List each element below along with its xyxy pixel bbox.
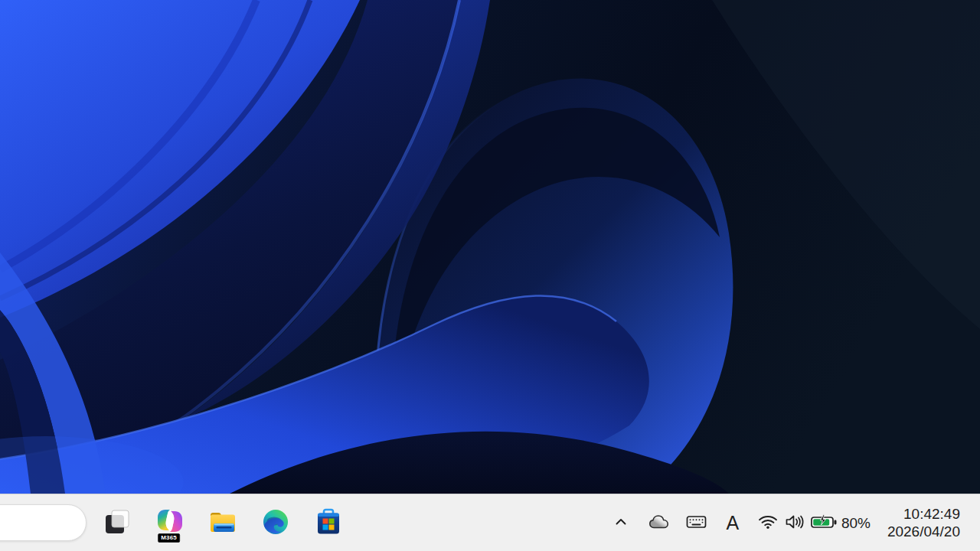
m365-badge: M365 xyxy=(158,533,180,543)
onedrive-button[interactable] xyxy=(646,505,672,540)
volume-icon xyxy=(785,514,805,533)
clock-date: 2026/04/20 xyxy=(887,523,960,540)
taskbar-tray-area: A xyxy=(608,494,980,551)
clock-text: 10:42:49 2026/04/20 xyxy=(887,505,960,540)
ime-mode-button[interactable]: A xyxy=(720,505,746,540)
m365-copilot-button[interactable]: M365 xyxy=(149,500,191,545)
clock-time: 10:42:49 xyxy=(887,505,960,523)
taskbar-app-area: M365 xyxy=(0,494,350,551)
edge-icon xyxy=(262,508,289,538)
touch-keyboard-button[interactable] xyxy=(684,505,710,540)
clock-button[interactable]: 10:42:49 2026/04/20 xyxy=(886,505,962,540)
task-view-button[interactable] xyxy=(96,500,139,545)
keyboard-icon xyxy=(686,514,707,532)
file-explorer-icon xyxy=(208,507,237,539)
microsoft-store-button[interactable] xyxy=(307,500,350,545)
file-explorer-button[interactable] xyxy=(201,500,244,545)
desktop[interactable]: M365 xyxy=(0,0,980,551)
battery-charging-icon xyxy=(811,514,838,532)
microsoft-store-icon xyxy=(314,507,343,539)
edge-button[interactable] xyxy=(254,500,297,545)
onedrive-cloud-icon xyxy=(648,514,669,532)
battery-percent-label: 80% xyxy=(841,516,871,530)
task-view-icon xyxy=(104,509,130,537)
ime-mode-indicator: A xyxy=(724,514,743,533)
chevron-up-icon xyxy=(614,515,628,531)
taskbar-search-box[interactable] xyxy=(0,504,87,541)
wallpaper-bloom-graphic xyxy=(0,0,980,494)
tray-show-hidden-icons-button[interactable] xyxy=(608,505,634,540)
taskbar: M365 xyxy=(0,494,980,551)
wifi-icon xyxy=(758,514,778,532)
quick-settings-button[interactable]: 80% xyxy=(753,505,875,540)
